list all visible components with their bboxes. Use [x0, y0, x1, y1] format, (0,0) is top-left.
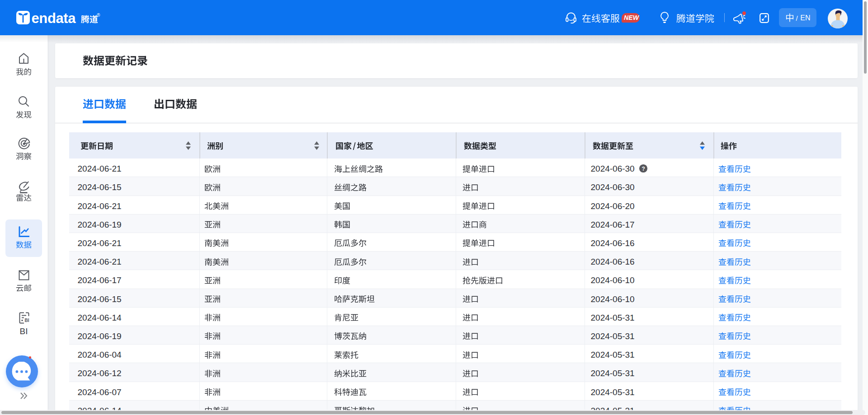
- svg-text:BI: BI: [25, 318, 29, 323]
